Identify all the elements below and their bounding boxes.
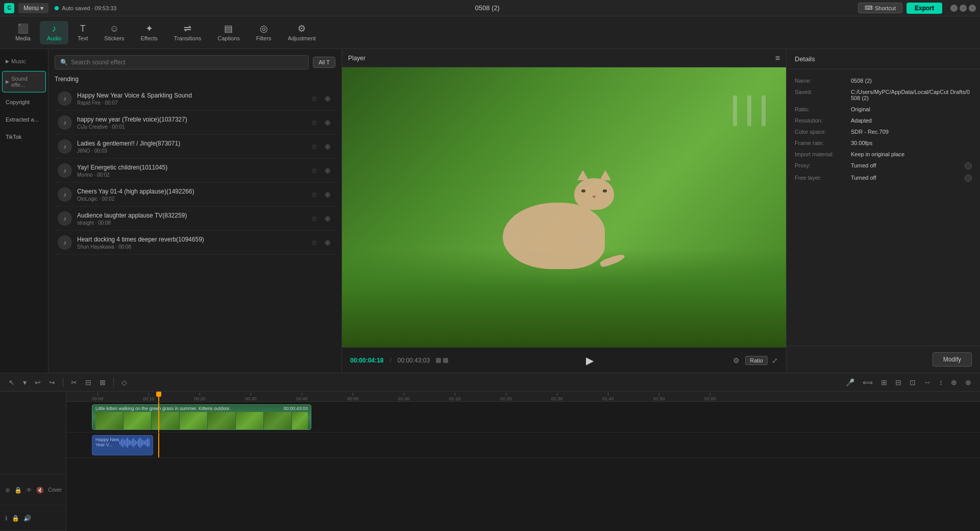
- sound-note-icon: ♪: [58, 187, 72, 202]
- favorite-button-4[interactable]: ☆: [309, 189, 319, 200]
- tool-filters[interactable]: ◎ Filters: [249, 21, 279, 44]
- download-button-5[interactable]: ⊕: [323, 213, 332, 224]
- delete-button[interactable]: ⊟: [83, 377, 94, 388]
- tool-effects[interactable]: ✦ Effects: [133, 21, 164, 44]
- ruler-mark-12: 02:00: [704, 393, 716, 401]
- audio-clip[interactable]: Happy New Year V...: [92, 435, 153, 455]
- download-button-6[interactable]: ⊕: [323, 237, 332, 248]
- autosave-text: Auto saved · 09:53:33: [62, 5, 116, 11]
- track-mute-button[interactable]: 🔇: [35, 486, 45, 495]
- timeline-settings[interactable]: ⊗: [963, 377, 974, 388]
- ratio-button[interactable]: Ratio: [745, 356, 768, 365]
- track-lock-button[interactable]: 🔒: [13, 486, 23, 495]
- tool-media[interactable]: ⬛ Media: [8, 21, 38, 44]
- sound-actions-6: ☆ ⊕: [309, 237, 332, 248]
- modify-button[interactable]: Modify: [933, 352, 972, 367]
- timeline-zoom-in[interactable]: ⊞: [878, 377, 890, 388]
- tool-adjustment[interactable]: ⚙ Adjustment: [281, 21, 323, 44]
- shortcut-button[interactable]: ⌨ Shortcut: [858, 3, 902, 13]
- tool-audio[interactable]: ♪ Audio: [40, 21, 68, 44]
- mic-button[interactable]: 🎤: [843, 377, 857, 388]
- time-total: 00:00:43:03: [398, 357, 430, 364]
- video-clip[interactable]: Little kitten walking on the green grass…: [92, 404, 311, 430]
- sound-item-2[interactable]: ♪ Ladies & gentlemen!! / Jingle(873071) …: [55, 135, 335, 159]
- sound-item-1[interactable]: ♪ happy new year (Treble voice)(1037327)…: [55, 111, 335, 135]
- favorite-button-3[interactable]: ☆: [309, 165, 319, 176]
- detail-row-7: Proxy: Turned off: [795, 162, 972, 170]
- select-tool-button[interactable]: ↖: [6, 377, 17, 388]
- keyboard-icon: ⌨: [865, 5, 873, 11]
- timeline-option2[interactable]: ↕: [937, 377, 945, 388]
- toggle-button-8[interactable]: [965, 175, 972, 182]
- minimize-button[interactable]: −: [950, 5, 958, 12]
- tool-stickers[interactable]: ☺ Stickers: [97, 21, 131, 44]
- playhead-video: [158, 402, 159, 432]
- download-button-2[interactable]: ⊕: [323, 141, 332, 152]
- sound-item-5[interactable]: ♪ Audience laughter applause TV(832259) …: [55, 207, 335, 231]
- tool-captions-label: Captions: [217, 35, 239, 41]
- download-button-0[interactable]: ⊕: [323, 93, 332, 104]
- export-button[interactable]: Export: [906, 3, 942, 14]
- sound-item-6[interactable]: ♪ Heart docking 4 times deeper reverb(10…: [55, 231, 335, 255]
- toggle-button-7[interactable]: [965, 162, 972, 170]
- download-button-4[interactable]: ⊕: [323, 189, 332, 200]
- split-button[interactable]: ✂: [68, 377, 80, 388]
- favorite-button-6[interactable]: ☆: [309, 237, 319, 248]
- sidebar-item-music[interactable]: ▶ Music: [2, 54, 46, 69]
- detail-toggle-8: [965, 175, 972, 182]
- sound-item-0[interactable]: ♪ Happy New Year Voice & Sparkling Sound…: [55, 87, 335, 111]
- tool-media-label: Media: [15, 35, 31, 41]
- timeline-zoom-out[interactable]: ⊟: [893, 377, 904, 388]
- audio-info-button[interactable]: ℹ: [4, 514, 9, 523]
- settings-icon[interactable]: ⚙: [731, 355, 741, 366]
- redo-button[interactable]: ↪: [46, 377, 58, 388]
- tool-captions[interactable]: ▤ Captions: [210, 21, 247, 44]
- download-button-3[interactable]: ⊕: [323, 165, 332, 176]
- sound-name-3: Yay! Energetic children(1011045): [77, 164, 309, 171]
- chevron-down-icon: ▶: [6, 79, 9, 84]
- search-input[interactable]: [71, 59, 303, 66]
- sound-note-icon: ♪: [58, 235, 72, 250]
- trim-button[interactable]: ⊠: [97, 377, 108, 388]
- favorite-button-2[interactable]: ☆: [309, 141, 319, 152]
- sound-item-3[interactable]: ♪ Yay! Energetic children(1011045) Morin…: [55, 159, 335, 183]
- fullscreen-button[interactable]: ⤢: [772, 356, 778, 365]
- timeline-option3[interactable]: ⊕: [948, 377, 960, 388]
- track-add-button[interactable]: ⊕: [4, 486, 11, 495]
- track-eye-button[interactable]: 👁: [25, 486, 33, 495]
- search-row: 🔍 All T: [55, 55, 335, 69]
- captions-icon: ▤: [224, 24, 233, 33]
- maximize-button[interactable]: □: [960, 5, 967, 12]
- favorite-button-0[interactable]: ☆: [309, 93, 319, 104]
- download-button-1[interactable]: ⊕: [323, 117, 332, 128]
- main-area: ▶ Music ▶ Sound effe... Copyright Extrac…: [0, 49, 980, 373]
- select-dropdown[interactable]: ▾: [20, 377, 29, 388]
- sound-item-4[interactable]: ♪ Cheers Yay 01-4 (high applause)(149226…: [55, 183, 335, 207]
- separator2: [113, 378, 114, 387]
- media-icon: ⬛: [17, 24, 29, 33]
- timeline-option1[interactable]: ↔: [921, 377, 934, 388]
- sound-note-icon: ♪: [58, 211, 72, 226]
- audio-lock-button[interactable]: 🔒: [11, 514, 20, 523]
- sidebar-item-copyright[interactable]: Copyright: [2, 94, 46, 110]
- menu-button[interactable]: Menu ▾: [18, 3, 48, 13]
- tool-transitions[interactable]: ⇌ Transitions: [167, 21, 208, 44]
- close-button[interactable]: ×: [969, 5, 976, 12]
- favorite-button-5[interactable]: ☆: [309, 213, 319, 224]
- sidebar-item-extracted[interactable]: Extracted a...: [2, 112, 46, 127]
- player-menu-button[interactable]: ≡: [775, 54, 780, 63]
- search-box[interactable]: 🔍: [55, 55, 309, 69]
- favorite-button-1[interactable]: ☆: [309, 117, 319, 128]
- all-tab[interactable]: All T: [313, 57, 335, 68]
- trending-label: Trending: [55, 76, 335, 83]
- sidebar-item-tiktok[interactable]: TikTok: [2, 129, 46, 144]
- soundfx-panel: 🔍 All T Trending ♪ Happy New Year Voice …: [48, 49, 341, 373]
- audio-vol-button[interactable]: 🔊: [22, 514, 32, 523]
- marker-button[interactable]: ◇: [119, 377, 130, 388]
- timeline-fit[interactable]: ⊡: [907, 377, 918, 388]
- auto-caption-button[interactable]: ⟺: [860, 377, 875, 388]
- play-button[interactable]: ▶: [582, 352, 598, 369]
- tool-text[interactable]: T Text: [70, 21, 95, 44]
- undo-button[interactable]: ↩: [32, 377, 43, 388]
- sidebar-item-sound-effects[interactable]: ▶ Sound effe...: [2, 71, 46, 92]
